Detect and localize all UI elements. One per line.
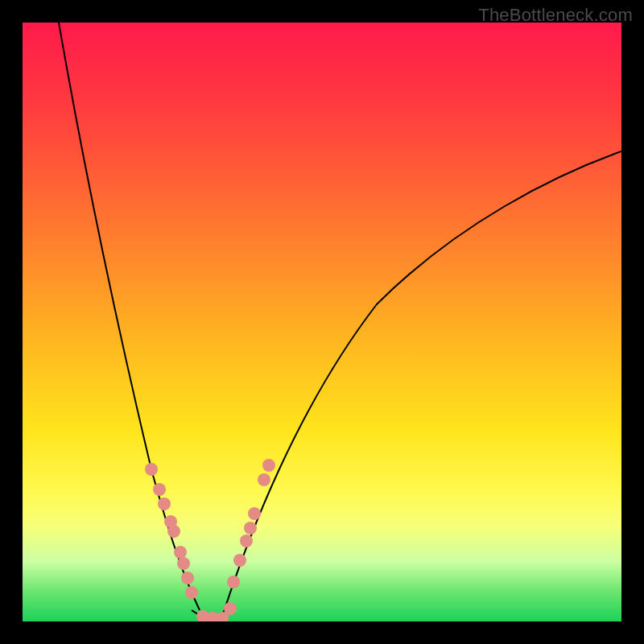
left-curve-dots [145, 463, 198, 599]
svg-point-19 [262, 459, 275, 472]
svg-point-14 [233, 554, 246, 567]
svg-point-15 [240, 535, 253, 547]
svg-point-7 [181, 572, 194, 584]
svg-point-18 [258, 473, 270, 486]
svg-point-13 [227, 576, 240, 588]
svg-point-1 [153, 483, 166, 496]
svg-point-16 [244, 522, 257, 535]
chart-frame: TheBottleneck.com [0, 0, 644, 644]
left-curve [59, 23, 200, 610]
chart-plot-area [23, 23, 621, 621]
valley-dots [196, 602, 237, 621]
svg-point-8 [185, 586, 198, 599]
svg-point-0 [145, 463, 158, 476]
svg-point-5 [174, 546, 187, 559]
chart-svg [23, 23, 621, 621]
svg-point-2 [158, 497, 171, 510]
svg-point-12 [224, 602, 237, 615]
svg-point-17 [248, 507, 261, 520]
watermark-text: TheBottleneck.com [478, 5, 633, 26]
right-curve [224, 151, 621, 612]
svg-point-4 [167, 525, 180, 538]
right-curve-dots [227, 459, 275, 588]
svg-point-6 [177, 557, 190, 570]
